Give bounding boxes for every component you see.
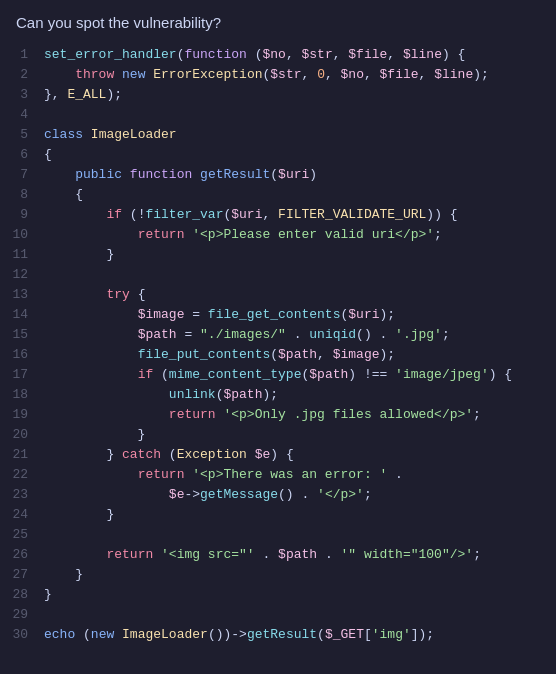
line-code: class ImageLoader [44, 125, 556, 145]
line-number: 25 [0, 525, 44, 545]
table-row: 26 return '<img src="' . $path . '" widt… [0, 545, 556, 565]
table-row: 30echo (new ImageLoader())->getResult($_… [0, 625, 556, 645]
table-row: 2 throw new ErrorException($str, 0, $no,… [0, 65, 556, 85]
table-row: 12 [0, 265, 556, 285]
line-code: unlink($path); [44, 385, 556, 405]
line-number: 26 [0, 545, 44, 565]
line-number: 24 [0, 505, 44, 525]
line-number: 3 [0, 85, 44, 105]
table-row: 3}, E_ALL); [0, 85, 556, 105]
line-number: 11 [0, 245, 44, 265]
table-row: 24 } [0, 505, 556, 525]
line-number: 4 [0, 105, 44, 125]
code-block: 1set_error_handler(function ($no, $str, … [0, 41, 556, 657]
line-number: 20 [0, 425, 44, 445]
table-row: 11 } [0, 245, 556, 265]
table-row: 10 return '<p>Please enter valid uri</p>… [0, 225, 556, 245]
line-code: { [44, 185, 556, 205]
line-code: { [44, 145, 556, 165]
table-row: 20 } [0, 425, 556, 445]
line-number: 12 [0, 265, 44, 285]
line-number: 5 [0, 125, 44, 145]
line-code: return '<p>Please enter valid uri</p>'; [44, 225, 556, 245]
line-number: 18 [0, 385, 44, 405]
line-code: throw new ErrorException($str, 0, $no, $… [44, 65, 556, 85]
line-number: 13 [0, 285, 44, 305]
table-row: 15 $path = "./images/" . uniqid() . '.jp… [0, 325, 556, 345]
line-number: 10 [0, 225, 44, 245]
table-row: 18 unlink($path); [0, 385, 556, 405]
line-code: return '<p>There was an error: ' . [44, 465, 556, 485]
line-code: } catch (Exception $e) { [44, 445, 556, 465]
table-row: 27 } [0, 565, 556, 585]
line-number: 6 [0, 145, 44, 165]
line-code: return '<img src="' . $path . '" width="… [44, 545, 556, 565]
line-code [44, 525, 556, 545]
table-row: 28} [0, 585, 556, 605]
table-row: 4 [0, 105, 556, 125]
table-row: 19 return '<p>Only .jpg files allowed</p… [0, 405, 556, 425]
page-title: Can you spot the vulnerability? [0, 0, 556, 41]
line-code: return '<p>Only .jpg files allowed</p>'; [44, 405, 556, 425]
table-row: 7 public function getResult($uri) [0, 165, 556, 185]
line-number: 22 [0, 465, 44, 485]
table-row: 17 if (mime_content_type($path) !== 'ima… [0, 365, 556, 385]
line-code: } [44, 245, 556, 265]
line-number: 27 [0, 565, 44, 585]
line-code: } [44, 425, 556, 445]
line-code: public function getResult($uri) [44, 165, 556, 185]
line-number: 14 [0, 305, 44, 325]
table-row: 21 } catch (Exception $e) { [0, 445, 556, 465]
line-number: 7 [0, 165, 44, 185]
table-row: 5class ImageLoader [0, 125, 556, 145]
line-number: 19 [0, 405, 44, 425]
table-row: 16 file_put_contents($path, $image); [0, 345, 556, 365]
line-code: } [44, 565, 556, 585]
line-code [44, 605, 556, 625]
line-number: 17 [0, 365, 44, 385]
line-number: 28 [0, 585, 44, 605]
line-number: 16 [0, 345, 44, 365]
table-row: 6{ [0, 145, 556, 165]
line-number: 23 [0, 485, 44, 505]
table-row: 9 if (!filter_var($uri, FILTER_VALIDATE_… [0, 205, 556, 225]
line-code: echo (new ImageLoader())->getResult($_GE… [44, 625, 556, 645]
table-row: 14 $image = file_get_contents($uri); [0, 305, 556, 325]
line-code: if (mime_content_type($path) !== 'image/… [44, 365, 556, 385]
line-number: 15 [0, 325, 44, 345]
table-row: 8 { [0, 185, 556, 205]
table-row: 29 [0, 605, 556, 625]
line-code [44, 105, 556, 125]
line-code: try { [44, 285, 556, 305]
line-number: 21 [0, 445, 44, 465]
line-code: if (!filter_var($uri, FILTER_VALIDATE_UR… [44, 205, 556, 225]
line-number: 9 [0, 205, 44, 225]
line-code: file_put_contents($path, $image); [44, 345, 556, 365]
table-row: 13 try { [0, 285, 556, 305]
line-number: 29 [0, 605, 44, 625]
table-row: 1set_error_handler(function ($no, $str, … [0, 45, 556, 65]
line-number: 1 [0, 45, 44, 65]
line-code: } [44, 585, 556, 605]
line-code: $e->getMessage() . '</p>'; [44, 485, 556, 505]
line-code: set_error_handler(function ($no, $str, $… [44, 45, 556, 65]
line-code [44, 265, 556, 285]
line-code: $image = file_get_contents($uri); [44, 305, 556, 325]
line-code: }, E_ALL); [44, 85, 556, 105]
line-number: 2 [0, 65, 44, 85]
line-code: } [44, 505, 556, 525]
table-row: 23 $e->getMessage() . '</p>'; [0, 485, 556, 505]
table-row: 25 [0, 525, 556, 545]
line-code: $path = "./images/" . uniqid() . '.jpg'; [44, 325, 556, 345]
line-number: 8 [0, 185, 44, 205]
table-row: 22 return '<p>There was an error: ' . [0, 465, 556, 485]
line-number: 30 [0, 625, 44, 645]
